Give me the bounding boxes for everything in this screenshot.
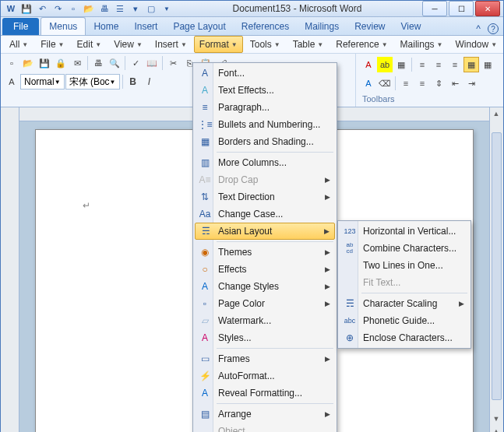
- menu-mailings[interactable]: Mailings▼: [395, 36, 449, 53]
- tab-page-layout[interactable]: Page Layout: [165, 18, 233, 35]
- menu-item-styles[interactable]: AStyles...: [195, 329, 335, 346]
- close-button[interactable]: ✕: [475, 1, 500, 16]
- tab-mailings[interactable]: Mailings: [297, 18, 347, 35]
- menu-item-autoformat[interactable]: ⚡AutoFormat...: [195, 367, 335, 385]
- align-center-icon[interactable]: ≡: [431, 57, 446, 72]
- menu-item-bullets[interactable]: ⋮≡Bullets and Numbering...: [195, 116, 335, 133]
- highlight2-icon[interactable]: ▦: [463, 57, 479, 72]
- help-icon[interactable]: ?: [488, 23, 499, 34]
- menu-file[interactable]: File▼: [35, 36, 69, 53]
- maximize-button[interactable]: ☐: [449, 1, 474, 16]
- menu-item-font[interactable]: AFont...: [195, 65, 335, 82]
- save-doc-icon[interactable]: 💾: [37, 55, 52, 71]
- indent-dec-icon[interactable]: ⇤: [447, 76, 463, 91]
- highlight-icon[interactable]: ab: [377, 57, 393, 72]
- style-select[interactable]: Normal▼: [20, 74, 65, 90]
- scroll-down-icon[interactable]: ▼: [490, 413, 502, 425]
- tab-menus[interactable]: Menus: [41, 17, 86, 35]
- text-effects-icon[interactable]: A: [361, 76, 376, 91]
- font-color-icon[interactable]: A: [361, 57, 376, 72]
- font-select[interactable]: 宋体 (Boc▼: [65, 74, 120, 90]
- new-doc-icon[interactable]: ▫: [4, 55, 19, 71]
- styles-icon[interactable]: A: [4, 74, 19, 90]
- menu-tools[interactable]: Tools▼: [245, 36, 286, 53]
- menu-format[interactable]: Format▼: [194, 36, 243, 53]
- vertical-scrollbar[interactable]: ▲ ▼ ▲ ○ ▼: [489, 107, 503, 432]
- print-icon[interactable]: 🖶: [97, 2, 111, 16]
- word-icon[interactable]: W: [4, 2, 18, 16]
- tab-file[interactable]: File: [2, 18, 39, 35]
- menu-item-watermark[interactable]: ▱Watermark...: [195, 312, 335, 329]
- menu-item-text-effects[interactable]: AText Effects...: [195, 82, 335, 99]
- border-icon[interactable]: ▦: [480, 57, 495, 72]
- align-left-icon[interactable]: ≡: [414, 57, 430, 72]
- redo-icon[interactable]: ↷: [51, 2, 65, 16]
- bold-icon[interactable]: B: [125, 74, 141, 90]
- menu-table[interactable]: Table▼: [287, 36, 330, 53]
- menu-item-horizontal-vertical[interactable]: 123Horizontal in Vertical...: [340, 223, 469, 240]
- menu-all[interactable]: All▼: [4, 36, 33, 53]
- menu-view[interactable]: View▼: [108, 36, 148, 53]
- menu-window[interactable]: Window▼: [450, 36, 503, 53]
- menu-item-change-styles[interactable]: AChange Styles▶: [195, 278, 335, 295]
- menu-item-borders[interactable]: ▦Borders and Shading...: [195, 133, 335, 150]
- menu-item-arrange[interactable]: ▤Arrange▶: [195, 406, 335, 423]
- autoformat-icon: ⚡: [198, 369, 212, 383]
- columns-icon: ▥: [198, 156, 212, 170]
- list-icon[interactable]: ☰: [113, 2, 127, 16]
- align-right-icon[interactable]: ≡: [447, 57, 463, 72]
- minimize-button[interactable]: ─: [422, 1, 447, 16]
- menu-item-asian-layout[interactable]: ☴Asian Layout▶: [195, 223, 335, 240]
- menu-edit[interactable]: Edit▼: [72, 36, 107, 53]
- menu-item-two-lines[interactable]: Two Lines in One...: [340, 257, 469, 274]
- menu-insert[interactable]: Insert▼: [150, 36, 192, 53]
- print-btn-icon[interactable]: 🖶: [90, 55, 106, 71]
- menu-item-effects[interactable]: ○Effects▶: [195, 261, 335, 278]
- distribute-icon[interactable]: ≡: [414, 76, 430, 91]
- menu-item-reveal[interactable]: AReveal Formatting...: [195, 385, 335, 402]
- permission-icon[interactable]: 🔒: [53, 55, 69, 71]
- tab-view[interactable]: View: [393, 18, 429, 35]
- menu-item-paragraph[interactable]: ≡Paragraph...: [195, 99, 335, 116]
- mail-icon[interactable]: ✉: [69, 55, 85, 71]
- clear-format-icon[interactable]: ⌫: [377, 76, 393, 91]
- menu-item-char-scaling[interactable]: ☴Character Scaling▶: [340, 295, 469, 312]
- preview-icon[interactable]: 🔍: [107, 55, 122, 71]
- menu-item-text-direction[interactable]: ⇅Text Direction▶: [195, 188, 335, 205]
- browse-prev-icon[interactable]: ▲: [490, 425, 502, 432]
- undo-icon[interactable]: ↶: [35, 2, 49, 16]
- scroll-thumb-v[interactable]: [492, 132, 502, 400]
- page-icon[interactable]: ▢: [144, 2, 158, 16]
- open-doc-icon[interactable]: 📂: [20, 55, 36, 71]
- research-icon[interactable]: 📖: [144, 55, 160, 71]
- vertical-ruler[interactable]: [1, 107, 19, 432]
- qat-caret-icon[interactable]: ▼: [160, 2, 174, 16]
- justify-icon[interactable]: ≡: [398, 76, 414, 91]
- menu-item-phonetic[interactable]: abcPhonetic Guide...: [340, 312, 469, 329]
- minimize-ribbon-icon[interactable]: ^: [472, 23, 485, 35]
- shading-icon[interactable]: ▦: [393, 57, 409, 72]
- indent-inc-icon[interactable]: ⇥: [463, 76, 479, 91]
- save-icon[interactable]: 💾: [19, 2, 33, 16]
- scroll-up-icon[interactable]: ▲: [490, 107, 502, 120]
- menu-item-change-case[interactable]: AaChange Case...: [195, 205, 335, 223]
- menu-item-page-color[interactable]: ▫Page Color▶: [195, 295, 335, 312]
- line-spacing-icon[interactable]: ⇕: [431, 76, 446, 91]
- tab-review[interactable]: Review: [347, 18, 393, 35]
- tab-references[interactable]: References: [234, 18, 297, 35]
- menu-item-combine-chars[interactable]: abcdCombine Characters...: [340, 240, 469, 257]
- open-icon[interactable]: 📂: [82, 2, 96, 16]
- menu-item-frames[interactable]: ▭Frames▶: [195, 350, 335, 367]
- menu-item-themes[interactable]: ◉Themes▶: [195, 244, 335, 261]
- new-icon[interactable]: ▫: [66, 2, 80, 16]
- qat-more-icon[interactable]: ▾: [129, 2, 143, 16]
- menu-item-drop-cap[interactable]: A≡Drop Cap▶: [195, 171, 335, 188]
- tab-home[interactable]: Home: [86, 18, 126, 35]
- italic-icon[interactable]: I: [142, 74, 157, 90]
- tab-insert[interactable]: Insert: [126, 18, 165, 35]
- menu-reference[interactable]: Reference▼: [330, 36, 393, 53]
- spell-icon[interactable]: ✓: [128, 55, 143, 71]
- cut-icon[interactable]: ✂: [165, 55, 181, 71]
- menu-item-enclose[interactable]: ⊕Enclose Characters...: [340, 329, 469, 346]
- menu-item-columns[interactable]: ▥More Columns...: [195, 154, 335, 171]
